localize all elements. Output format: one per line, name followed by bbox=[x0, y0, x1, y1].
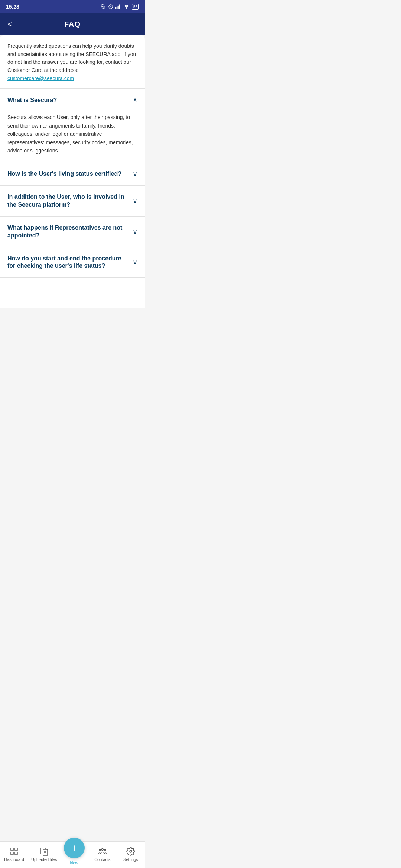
faq-question-text-2: In addition to the User, who is involved… bbox=[7, 193, 133, 209]
back-button[interactable]: < bbox=[7, 20, 12, 29]
faq-question-text-1: How is the User's living status certifie… bbox=[7, 170, 133, 178]
faq-item: How do you start and end the procedure f… bbox=[0, 247, 145, 278]
faq-list: What is Seecura?∧Seecura allows each Use… bbox=[0, 89, 145, 278]
faq-question-text-3: What happens if Representatives are not … bbox=[7, 224, 133, 240]
faq-chevron-2: ∨ bbox=[133, 197, 137, 205]
faq-item: What happens if Representatives are not … bbox=[0, 217, 145, 247]
wifi-icon bbox=[124, 4, 130, 9]
faq-question-1[interactable]: How is the User's living status certifie… bbox=[0, 162, 145, 185]
faq-question-text-0: What is Seecura? bbox=[7, 96, 133, 104]
svg-point-8 bbox=[126, 9, 127, 9]
battery-indicator: 56 bbox=[132, 4, 139, 10]
mute-icon bbox=[101, 4, 106, 9]
intro-section: Frequently asked questions can help you … bbox=[0, 35, 145, 89]
svg-rect-5 bbox=[117, 6, 117, 9]
faq-question-0[interactable]: What is Seecura?∧ bbox=[0, 89, 145, 112]
status-icons: 56 bbox=[101, 4, 139, 10]
faq-question-text-4: How do you start and end the procedure f… bbox=[7, 255, 133, 270]
intro-text: Frequently asked questions can help you … bbox=[7, 42, 137, 82]
faq-chevron-0: ∧ bbox=[133, 96, 137, 104]
svg-rect-7 bbox=[119, 4, 120, 9]
faq-chevron-1: ∨ bbox=[133, 170, 137, 178]
status-bar: 15:28 56 bbox=[0, 0, 145, 13]
main-content: Frequently asked questions can help you … bbox=[0, 35, 145, 308]
svg-rect-6 bbox=[118, 6, 118, 9]
alarm-icon bbox=[108, 4, 113, 9]
svg-rect-4 bbox=[115, 7, 116, 9]
status-time: 15:28 bbox=[6, 4, 19, 10]
faq-question-4[interactable]: How do you start and end the procedure f… bbox=[0, 247, 145, 278]
faq-question-3[interactable]: What happens if Representatives are not … bbox=[0, 217, 145, 247]
signal-icon bbox=[115, 4, 121, 9]
faq-answer-0: Seecura allows each User, only after the… bbox=[0, 112, 145, 162]
faq-item: In addition to the User, who is involved… bbox=[0, 186, 145, 217]
faq-chevron-4: ∨ bbox=[133, 258, 137, 266]
page-title: FAQ bbox=[7, 20, 137, 29]
faq-item: What is Seecura?∧Seecura allows each Use… bbox=[0, 89, 145, 162]
faq-item: How is the User's living status certifie… bbox=[0, 162, 145, 186]
faq-question-2[interactable]: In addition to the User, who is involved… bbox=[0, 186, 145, 216]
contact-email-link[interactable]: customercare@seecura.com bbox=[7, 75, 74, 81]
faq-chevron-3: ∨ bbox=[133, 228, 137, 236]
header: < FAQ bbox=[0, 13, 145, 35]
